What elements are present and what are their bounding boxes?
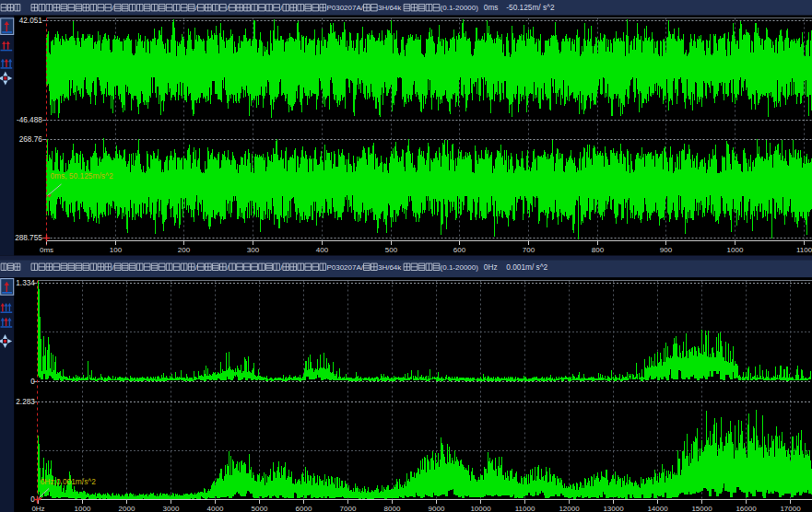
svg-text:3000: 3000: [163, 505, 180, 512]
svg-text:1000: 1000: [727, 246, 744, 254]
svg-text:12000: 12000: [559, 505, 580, 512]
svg-text:0ms, 50.125m/s^2: 0ms, 50.125m/s^2: [50, 171, 113, 180]
svg-text:13000: 13000: [603, 505, 624, 512]
svg-text:P030207A: P030207A: [326, 263, 361, 272]
svg-text:64k: 64k: [389, 4, 403, 12]
svg-text:0ms: 0ms: [40, 246, 53, 254]
svg-text:500: 500: [385, 246, 398, 254]
svg-text:700: 700: [523, 246, 535, 254]
svg-text:0Hz: 0Hz: [484, 262, 498, 272]
svg-text:400: 400: [316, 246, 329, 254]
svg-text:0Hz: 0Hz: [31, 505, 44, 512]
svg-text:4000: 4000: [207, 505, 224, 512]
svg-text:8000: 8000: [384, 505, 401, 512]
svg-text:10000: 10000: [470, 505, 491, 512]
svg-text:800: 800: [592, 246, 605, 254]
svg-text:300: 300: [247, 246, 260, 254]
svg-text:2000: 2000: [119, 505, 135, 512]
svg-text:14000: 14000: [647, 505, 668, 512]
svg-text:15000: 15000: [691, 505, 712, 512]
svg-text:17000: 17000: [780, 505, 801, 512]
svg-text:64k: 64k: [389, 263, 403, 272]
svg-text:1000: 1000: [75, 505, 91, 512]
svg-text:16000: 16000: [736, 505, 757, 512]
svg-text:600: 600: [453, 246, 466, 254]
svg-text:11000: 11000: [515, 505, 535, 512]
svg-text:0Hz,0.001m/s^2: 0Hz,0.001m/s^2: [41, 477, 97, 486]
svg-text:1.334: 1.334: [16, 279, 35, 287]
svg-text:200: 200: [178, 246, 191, 254]
svg-text:0: 0: [30, 378, 35, 386]
svg-text:900: 900: [660, 246, 673, 254]
svg-text:(0.1-20000): (0.1-20000): [441, 4, 479, 12]
svg-text:6000: 6000: [296, 505, 312, 512]
svg-text:288.755: 288.755: [15, 234, 42, 242]
svg-text:2.283: 2.283: [16, 398, 35, 406]
svg-text:42.051: 42.051: [19, 17, 42, 25]
svg-text:P030207A: P030207A: [326, 4, 361, 12]
svg-text:3H: 3H: [378, 263, 387, 272]
svg-text:3H: 3H: [378, 4, 387, 12]
svg-text:100: 100: [110, 246, 123, 254]
svg-text:0ms: 0ms: [484, 3, 499, 12]
svg-text:5000: 5000: [252, 505, 268, 512]
svg-text:7000: 7000: [340, 505, 357, 512]
svg-text:9000: 9000: [429, 505, 445, 512]
svg-text:1100: 1100: [796, 246, 812, 254]
svg-text:-46.488: -46.488: [17, 116, 42, 124]
svg-text:0.001m/ s^2: 0.001m/ s^2: [506, 262, 547, 272]
svg-text:(0.1-20000): (0.1-20000): [441, 263, 479, 272]
svg-text:-50.125m/ s^2: -50.125m/ s^2: [506, 3, 555, 12]
svg-text:268.76: 268.76: [19, 135, 42, 144]
